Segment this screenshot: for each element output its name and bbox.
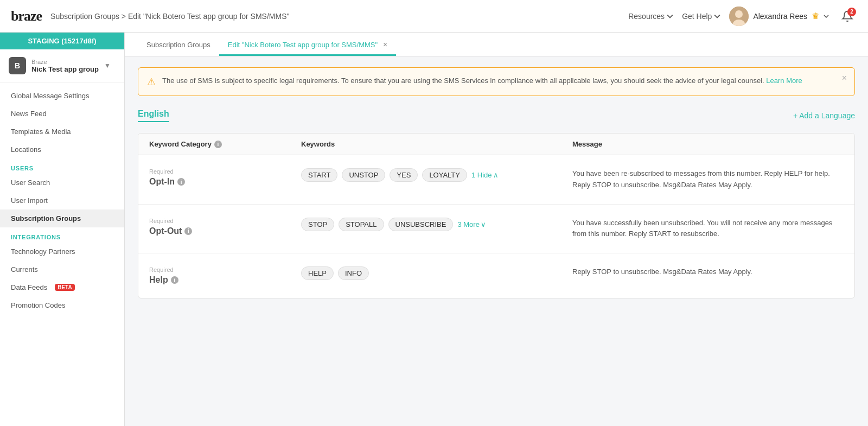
col-header-keywords: Keywords	[301, 140, 572, 148]
sidebar-item-subscription-groups[interactable]: Subscription Groups	[0, 209, 124, 227]
more-keywords-link[interactable]: 3 More ∨	[457, 220, 486, 228]
keyword-tag: START	[301, 168, 337, 182]
add-language-button[interactable]: + Add a Language	[793, 111, 855, 120]
beta-badge: BETA	[55, 284, 74, 291]
sidebar: STAGING (15217d8f) B Braze Nick Test app…	[0, 33, 125, 426]
braze-logo: braze	[11, 8, 42, 24]
table-header-row: Keyword Category i Keywords Message	[138, 133, 854, 155]
app-icon: B	[9, 57, 26, 74]
keywords-cell-opt-out: STOP STOPALL UNSUBSCRIBE 3 More ∨	[301, 218, 572, 231]
content-area: ⚠ The use of SMS is subject to specific …	[125, 56, 868, 426]
category-cell-opt-out: Required Opt-Out i	[149, 218, 301, 236]
category-cell-help: Required Help i	[149, 266, 301, 285]
sidebar-item-user-import[interactable]: User Import	[0, 192, 124, 209]
app-group-selector[interactable]: B Braze Nick Test app group ▼	[0, 49, 124, 82]
tab-edit-nick-botero[interactable]: Edit "Nick Botero Test app group for SMS…	[219, 35, 397, 56]
alert-banner: ⚠ The use of SMS is subject to specific …	[138, 67, 855, 96]
svg-point-1	[735, 10, 743, 18]
breadcrumb: Subscription Groups > Edit "Nick Botero …	[50, 12, 289, 21]
col-header-message: Message	[572, 140, 844, 148]
keywords-cell-opt-in: START UNSTOP YES LOYALTY 1 Hide ∧	[301, 168, 572, 182]
user-name: Alexandra Rees	[753, 12, 807, 21]
sidebar-item-user-search[interactable]: User Search	[0, 174, 124, 192]
required-label-opt-out: Required	[149, 218, 301, 224]
opt-in-info-icon[interactable]: i	[177, 178, 185, 186]
col-header-keyword-category: Keyword Category i	[149, 140, 301, 148]
alert-text: The use of SMS is subject to specific le…	[162, 75, 846, 86]
table-row-opt-in: Required Opt-In i START UNSTOP YES LOYAL…	[138, 155, 854, 205]
required-label-opt-in: Required	[149, 168, 301, 175]
chevron-up-icon: ∧	[493, 171, 499, 179]
keyword-tag: HELP	[301, 266, 334, 280]
alert-close-button[interactable]: ×	[842, 73, 847, 83]
sidebar-item-promotion-codes[interactable]: Promotion Codes	[0, 296, 124, 314]
keyword-tag: UNSUBSCRIBE	[388, 218, 454, 231]
message-cell-help: Reply STOP to unsubscribe. Msg&Data Rate…	[572, 266, 844, 278]
keyword-tag: UNSTOP	[342, 168, 385, 182]
crown-icon: ♛	[812, 11, 819, 21]
sidebar-item-global-message-settings[interactable]: Global Message Settings	[0, 87, 124, 105]
language-header: English + Add a Language	[138, 109, 855, 122]
chevron-down-icon: ∨	[481, 220, 486, 228]
hide-keywords-link[interactable]: 1 Hide ∧	[471, 171, 499, 179]
required-label-help: Required	[149, 266, 301, 273]
keywords-cell-help: HELP INFO	[301, 266, 572, 280]
app-company: Braze	[31, 59, 99, 65]
keyword-table: Keyword Category i Keywords Message Requ…	[138, 133, 855, 298]
keyword-tag: INFO	[338, 266, 369, 280]
resources-button[interactable]: Resources	[628, 12, 673, 21]
learn-more-link[interactable]: Learn More	[766, 77, 802, 85]
message-cell-opt-in: You have been re-subscribed to messages …	[572, 168, 844, 191]
user-chevron-icon	[824, 15, 829, 18]
category-cell-opt-in: Required Opt-In i	[149, 168, 301, 187]
app-group-chevron-icon: ▼	[104, 62, 111, 69]
tab-subscription-groups[interactable]: Subscription Groups	[138, 35, 219, 56]
table-row-opt-out: Required Opt-Out i STOP STOPALL UNSUBSCR…	[138, 205, 854, 254]
staging-label: STAGING (15217d8f)	[0, 33, 124, 49]
table-row-help: Required Help i HELP INFO Reply STOP to …	[138, 253, 854, 298]
notification-badge: 2	[847, 8, 856, 16]
keyword-tag: STOP	[301, 218, 334, 231]
notification-bell[interactable]: 2	[838, 7, 857, 26]
opt-out-info-icon[interactable]: i	[184, 227, 192, 235]
sidebar-item-technology-partners[interactable]: Technology Partners	[0, 243, 124, 260]
sidebar-item-templates-media[interactable]: Templates & Media	[0, 123, 124, 141]
users-section-label: USERS	[0, 158, 124, 174]
sidebar-item-currents[interactable]: Currents	[0, 260, 124, 278]
language-label: English	[138, 109, 169, 122]
category-name-opt-out: Opt-Out i	[149, 226, 301, 236]
avatar	[729, 7, 749, 26]
message-cell-opt-out: You have successfully been unsubscribed.…	[572, 218, 844, 240]
keyword-tag: YES	[390, 168, 418, 182]
top-header: braze Subscription Groups > Edit "Nick B…	[0, 0, 868, 33]
help-button[interactable]: Get Help	[682, 12, 720, 21]
sidebar-item-locations[interactable]: Locations	[0, 141, 124, 158]
header-actions: Resources Get Help Alexandra Rees ♛ 2	[628, 7, 857, 26]
keyword-tag: LOYALTY	[422, 168, 467, 182]
category-name-opt-in: Opt-In i	[149, 177, 301, 187]
sidebar-nav: Global Message Settings News Feed Templa…	[0, 82, 124, 319]
app-group-name: Nick Test app group	[31, 65, 99, 73]
help-info-icon[interactable]: i	[171, 276, 178, 284]
sidebar-item-data-feeds[interactable]: Data Feeds BETA	[0, 278, 124, 296]
user-info: Alexandra Rees ♛	[729, 7, 829, 26]
tab-close-icon[interactable]: ×	[383, 40, 387, 49]
integrations-section-label: INTEGRATIONS	[0, 227, 124, 243]
keyword-category-info-icon[interactable]: i	[214, 141, 222, 148]
main-content: Subscription Groups Edit "Nick Botero Te…	[125, 33, 868, 426]
tabs-bar: Subscription Groups Edit "Nick Botero Te…	[125, 33, 868, 56]
category-name-help: Help i	[149, 275, 301, 285]
keyword-tag: STOPALL	[339, 218, 384, 231]
sidebar-item-news-feed[interactable]: News Feed	[0, 105, 124, 123]
alert-warning-icon: ⚠	[147, 76, 156, 88]
